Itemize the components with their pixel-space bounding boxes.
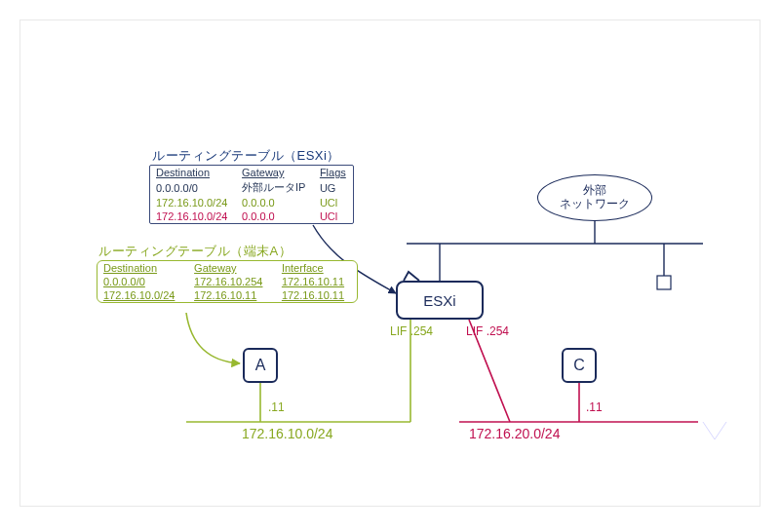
rt-a-r0c0: 0.0.0.0/0 — [98, 275, 188, 288]
routing-table-esxi: Destination Gateway Flags 0.0.0.0/0 外部ルー… — [149, 165, 354, 224]
routing-table-host-a: Destination Gateway Interface 0.0.0.0/0 … — [97, 260, 358, 303]
host-c-ip-label: .11 — [586, 400, 603, 414]
lif-red-label: LIF .254 — [466, 324, 509, 338]
rt-a-h2: Interface — [276, 261, 357, 275]
rt-esxi-h1: Gateway — [236, 166, 314, 179]
esxi-node-label: ESXi — [423, 292, 455, 309]
routing-table-esxi-title: ルーティングテーブル（ESXi） — [152, 147, 340, 165]
rt-a-r1c1: 172.16.10.11 — [188, 288, 276, 302]
subnet-green-label: 172.16.10.0/24 — [242, 426, 332, 441]
host-a-node: A — [243, 348, 278, 383]
subnet-red-label: 172.16.20.0/24 — [469, 426, 560, 441]
host-c-label: C — [573, 357, 585, 374]
host-a-ip-label: .11 — [268, 400, 285, 414]
rt-a-r0c2: 172.16.10.11 — [276, 275, 357, 288]
diagram-canvas: ルーティングテーブル（ESXi） Destination Gateway Fla… — [20, 19, 760, 507]
rt-a-r1c2: 172.16.10.11 — [276, 288, 357, 302]
routing-table-host-a-title: ルーティングテーブル（端末A） — [98, 243, 292, 260]
rt-esxi-h2: Flags — [314, 166, 353, 179]
rt-esxi-r2c0: 172.16.10.0/24 — [150, 209, 236, 223]
rt-esxi-r0c0: 0.0.0.0/0 — [150, 179, 236, 196]
svg-rect-4 — [657, 276, 671, 289]
host-a-label: A — [255, 357, 266, 374]
rt-esxi-r0c1: 外部ルータIP — [236, 179, 314, 196]
rt-esxi-r0c2: UG — [314, 179, 353, 196]
rt-esxi-r2c1: 0.0.0.0 — [236, 209, 314, 223]
rt-esxi-h0: Destination — [150, 166, 236, 179]
rt-esxi-r1c1: 0.0.0.0 — [236, 196, 314, 209]
rt-a-r1c0: 172.16.10.0/24 — [98, 288, 188, 302]
rt-esxi-r2c2: UCl — [314, 209, 353, 223]
external-network-l1: 外部 — [583, 184, 606, 198]
rt-a-r0c1: 172.16.10.254 — [188, 275, 276, 288]
rt-a-h1: Gateway — [188, 261, 276, 275]
external-network-node: 外部 ネットワーク — [537, 174, 652, 221]
host-c-node: C — [562, 348, 597, 383]
rt-esxi-r1c2: UCl — [314, 196, 353, 209]
lif-green-label: LIF .254 — [390, 324, 433, 338]
external-network-l2: ネットワーク — [560, 198, 630, 211]
esxi-node: ESXi — [396, 281, 484, 320]
rt-esxi-r1c0: 172.16.10.0/24 — [150, 196, 236, 209]
rt-a-h0: Destination — [98, 261, 188, 275]
